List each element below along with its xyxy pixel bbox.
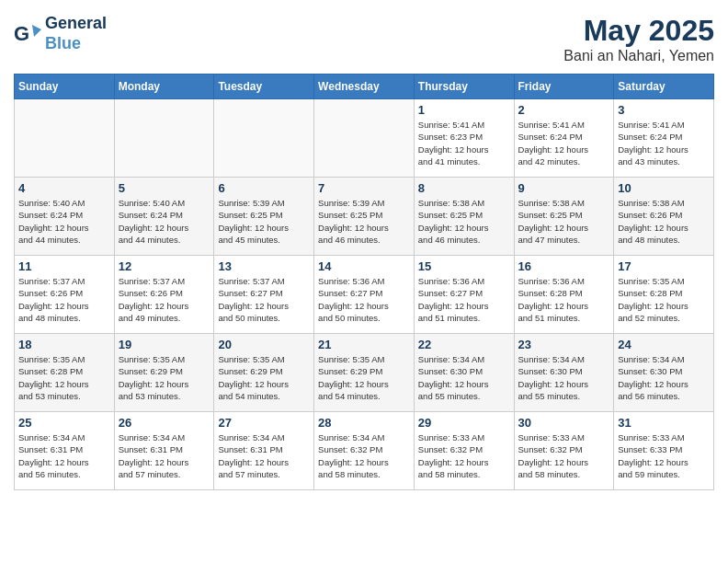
title-block: May 2025 Bani an Nahari, Yemen [563,14,714,64]
day-number: 13 [218,259,310,273]
calendar-cell: 18Sunrise: 5:35 AM Sunset: 6:28 PM Dayli… [15,334,115,412]
day-info: Sunrise: 5:39 AM Sunset: 6:25 PM Dayligh… [218,197,310,246]
day-info: Sunrise: 5:36 AM Sunset: 6:28 PM Dayligh… [518,275,610,324]
calendar-cell: 26Sunrise: 5:34 AM Sunset: 6:31 PM Dayli… [114,412,214,490]
day-number: 17 [618,259,710,273]
day-number: 11 [18,259,110,273]
day-info: Sunrise: 5:37 AM Sunset: 6:26 PM Dayligh… [18,275,110,324]
day-info: Sunrise: 5:34 AM Sunset: 6:30 PM Dayligh… [418,353,510,402]
day-number: 25 [18,416,110,430]
day-info: Sunrise: 5:41 AM Sunset: 6:23 PM Dayligh… [418,119,510,167]
day-info: Sunrise: 5:33 AM Sunset: 6:32 PM Dayligh… [518,431,610,480]
day-info: Sunrise: 5:34 AM Sunset: 6:30 PM Dayligh… [518,353,610,402]
day-number: 1 [418,103,510,117]
calendar-cell: 12Sunrise: 5:37 AM Sunset: 6:26 PM Dayli… [114,256,214,334]
day-number: 28 [318,416,410,430]
day-info: Sunrise: 5:41 AM Sunset: 6:24 PM Dayligh… [618,119,710,167]
weekday-header-wednesday: Wednesday [314,75,415,99]
day-number: 24 [618,338,710,351]
logo: G General Blue [14,14,107,53]
calendar-week-row: 11Sunrise: 5:37 AM Sunset: 6:26 PM Dayli… [15,256,714,334]
calendar-cell: 5Sunrise: 5:40 AM Sunset: 6:24 PM Daylig… [114,178,214,256]
calendar-cell: 1Sunrise: 5:41 AM Sunset: 6:23 PM Daylig… [414,99,514,178]
calendar-cell: 9Sunrise: 5:38 AM Sunset: 6:25 PM Daylig… [514,178,614,256]
day-info: Sunrise: 5:34 AM Sunset: 6:32 PM Dayligh… [318,431,410,480]
calendar-cell: 11Sunrise: 5:37 AM Sunset: 6:26 PM Dayli… [15,256,115,334]
calendar-cell: 10Sunrise: 5:38 AM Sunset: 6:26 PM Dayli… [614,178,714,256]
day-info: Sunrise: 5:35 AM Sunset: 6:28 PM Dayligh… [18,353,110,402]
calendar-cell: 24Sunrise: 5:34 AM Sunset: 6:30 PM Dayli… [614,334,714,412]
calendar-cell: 22Sunrise: 5:34 AM Sunset: 6:30 PM Dayli… [414,334,514,412]
calendar-cell: 20Sunrise: 5:35 AM Sunset: 6:29 PM Dayli… [214,334,314,412]
calendar-cell: 14Sunrise: 5:36 AM Sunset: 6:27 PM Dayli… [314,256,415,334]
day-info: Sunrise: 5:33 AM Sunset: 6:32 PM Dayligh… [418,431,510,480]
calendar-cell: 21Sunrise: 5:35 AM Sunset: 6:29 PM Dayli… [314,334,415,412]
calendar-cell: 28Sunrise: 5:34 AM Sunset: 6:32 PM Dayli… [314,412,415,490]
day-number: 26 [119,416,210,430]
weekday-header-sunday: Sunday [15,75,115,99]
day-number: 14 [318,259,410,273]
day-number: 12 [119,259,210,273]
calendar-cell: 7Sunrise: 5:39 AM Sunset: 6:25 PM Daylig… [314,178,415,256]
day-info: Sunrise: 5:35 AM Sunset: 6:29 PM Dayligh… [318,353,410,402]
day-info: Sunrise: 5:34 AM Sunset: 6:30 PM Dayligh… [618,353,710,402]
day-number: 5 [119,181,210,195]
calendar-cell: 27Sunrise: 5:34 AM Sunset: 6:31 PM Dayli… [214,412,314,490]
calendar-cell: 23Sunrise: 5:34 AM Sunset: 6:30 PM Dayli… [514,334,614,412]
day-number: 20 [218,338,310,351]
day-info: Sunrise: 5:36 AM Sunset: 6:27 PM Dayligh… [418,275,510,324]
month-title: May 2025 [563,14,714,48]
weekday-header-saturday: Saturday [614,75,714,99]
day-info: Sunrise: 5:35 AM Sunset: 6:29 PM Dayligh… [218,353,310,402]
day-number: 6 [218,181,310,195]
day-info: Sunrise: 5:39 AM Sunset: 6:25 PM Dayligh… [318,197,410,246]
day-number: 9 [518,181,610,195]
day-info: Sunrise: 5:34 AM Sunset: 6:31 PM Dayligh… [18,431,110,480]
calendar-week-row: 1Sunrise: 5:41 AM Sunset: 6:23 PM Daylig… [15,99,714,178]
calendar-cell: 25Sunrise: 5:34 AM Sunset: 6:31 PM Dayli… [15,412,115,490]
weekday-header-row: SundayMondayTuesdayWednesdayThursdayFrid… [15,75,714,99]
day-number: 16 [518,259,610,273]
day-number: 8 [418,181,510,195]
calendar-cell: 13Sunrise: 5:37 AM Sunset: 6:27 PM Dayli… [214,256,314,334]
svg-text:G: G [14,22,29,45]
calendar-cell [15,99,115,178]
calendar-cell: 16Sunrise: 5:36 AM Sunset: 6:28 PM Dayli… [514,256,614,334]
calendar-cell: 31Sunrise: 5:33 AM Sunset: 6:33 PM Dayli… [614,412,714,490]
calendar-week-row: 4Sunrise: 5:40 AM Sunset: 6:24 PM Daylig… [15,178,714,256]
calendar-table: SundayMondayTuesdayWednesdayThursdayFrid… [14,74,714,490]
calendar-cell: 30Sunrise: 5:33 AM Sunset: 6:32 PM Dayli… [514,412,614,490]
day-info: Sunrise: 5:40 AM Sunset: 6:24 PM Dayligh… [119,197,210,246]
page-header: G General Blue May 2025 Bani an Nahari, … [14,14,714,64]
calendar-week-row: 25Sunrise: 5:34 AM Sunset: 6:31 PM Dayli… [15,412,714,490]
weekday-header-monday: Monday [114,75,214,99]
weekday-header-tuesday: Tuesday [214,75,314,99]
day-info: Sunrise: 5:37 AM Sunset: 6:27 PM Dayligh… [218,275,310,324]
logo-line2: Blue [45,34,107,54]
day-number: 10 [618,181,710,195]
calendar-cell [214,99,314,178]
calendar-cell [314,99,415,178]
day-info: Sunrise: 5:38 AM Sunset: 6:26 PM Dayligh… [618,197,710,246]
day-number: 18 [18,338,110,351]
calendar-cell: 8Sunrise: 5:38 AM Sunset: 6:25 PM Daylig… [414,178,514,256]
day-number: 22 [418,338,510,351]
day-number: 19 [119,338,210,351]
day-info: Sunrise: 5:36 AM Sunset: 6:27 PM Dayligh… [318,275,410,324]
day-number: 29 [418,416,510,430]
day-info: Sunrise: 5:37 AM Sunset: 6:26 PM Dayligh… [119,275,210,324]
logo-line1: General [45,14,107,34]
day-info: Sunrise: 5:33 AM Sunset: 6:33 PM Dayligh… [618,431,710,480]
day-info: Sunrise: 5:40 AM Sunset: 6:24 PM Dayligh… [18,197,110,246]
calendar-cell: 2Sunrise: 5:41 AM Sunset: 6:24 PM Daylig… [514,99,614,178]
calendar-cell: 19Sunrise: 5:35 AM Sunset: 6:29 PM Dayli… [114,334,214,412]
day-info: Sunrise: 5:35 AM Sunset: 6:29 PM Dayligh… [119,353,210,402]
calendar-cell [114,99,214,178]
calendar-cell: 4Sunrise: 5:40 AM Sunset: 6:24 PM Daylig… [15,178,115,256]
calendar-cell: 29Sunrise: 5:33 AM Sunset: 6:32 PM Dayli… [414,412,514,490]
day-number: 21 [318,338,410,351]
weekday-header-friday: Friday [514,75,614,99]
calendar-cell: 17Sunrise: 5:35 AM Sunset: 6:28 PM Dayli… [614,256,714,334]
day-info: Sunrise: 5:34 AM Sunset: 6:31 PM Dayligh… [218,431,310,480]
day-info: Sunrise: 5:38 AM Sunset: 6:25 PM Dayligh… [518,197,610,246]
